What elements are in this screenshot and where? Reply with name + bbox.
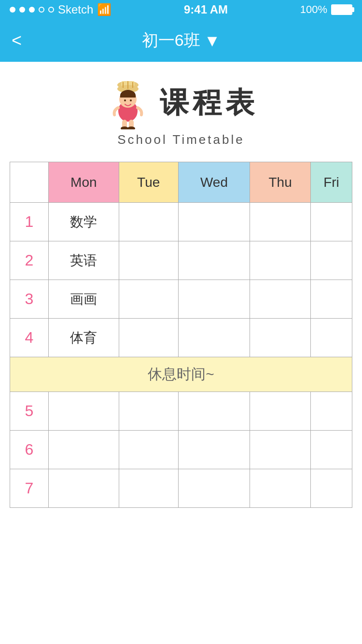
cell-3-wed[interactable] (178, 280, 250, 319)
th-tue: Tue (119, 162, 178, 203)
cell-7-tue[interactable] (119, 469, 178, 508)
svg-point-9 (130, 99, 132, 101)
cell-1-wed[interactable] (178, 203, 250, 241)
cell-7-mon[interactable] (49, 469, 119, 508)
cell-7-thu[interactable] (250, 469, 311, 508)
cell-6-wed[interactable] (178, 431, 250, 469)
header-row: 课程表 (104, 76, 258, 129)
cell-1-fri[interactable] (310, 203, 352, 241)
table-row: 7 (10, 469, 352, 508)
table-row: 4体育 (10, 319, 352, 357)
cell-3-thu[interactable] (250, 280, 311, 319)
table-row: 5 (10, 392, 352, 431)
cell-1-thu[interactable] (250, 203, 311, 241)
cell-7-fri[interactable] (310, 469, 352, 508)
nav-dropdown-arrow[interactable]: ▼ (204, 31, 221, 50)
status-bar: Sketch 📶 9:41 AM 100% (0, 0, 362, 19)
table-row: 1数学 (10, 203, 352, 241)
signal-dot-5 (48, 7, 54, 13)
page-title-cn: 课程表 (160, 84, 258, 123)
page-header: 课程表 School Timetable (10, 76, 352, 147)
cell-6-thu[interactable] (250, 431, 311, 469)
row-num-1: 1 (10, 203, 49, 241)
wifi-icon: 📶 (97, 3, 111, 16)
nav-title-text: 初一6班 (142, 29, 200, 52)
back-icon: < (12, 30, 22, 51)
break-label: 休息时间~ (10, 357, 352, 392)
signal-dot-3 (29, 7, 35, 13)
cell-4-thu[interactable] (250, 319, 311, 357)
cell-3-tue[interactable] (119, 280, 178, 319)
cell-2-fri[interactable] (310, 241, 352, 280)
cell-4-fri[interactable] (310, 319, 352, 357)
carrier-name: Sketch (58, 3, 93, 16)
break-row: 休息时间~ (10, 357, 352, 392)
status-right: 100% (300, 3, 352, 16)
row-num-4: 4 (10, 319, 49, 357)
cell-3-fri[interactable] (310, 280, 352, 319)
cell-1-mon[interactable]: 数学 (49, 203, 119, 241)
cell-2-tue[interactable] (119, 241, 178, 280)
th-fri: Fri (310, 162, 352, 203)
signal-dot-4 (39, 7, 44, 13)
mascot-illustration (104, 76, 152, 129)
svg-point-8 (124, 99, 126, 101)
row-num-7: 7 (10, 469, 49, 508)
cell-6-fri[interactable] (310, 431, 352, 469)
page-title-en: School Timetable (117, 132, 244, 147)
cell-6-mon[interactable] (49, 431, 119, 469)
battery-fill (332, 5, 351, 14)
table-header-row: Mon Tue Wed Thu Fri (10, 162, 352, 203)
status-left: Sketch 📶 (10, 3, 111, 16)
clock: 9:41 AM (184, 3, 228, 16)
row-num-5: 5 (10, 392, 49, 431)
row-num-3: 3 (10, 280, 49, 319)
th-thu: Thu (250, 162, 311, 203)
cell-2-mon[interactable]: 英语 (49, 241, 119, 280)
cell-5-wed[interactable] (178, 392, 250, 431)
cell-5-mon[interactable] (49, 392, 119, 431)
svg-point-12 (121, 126, 128, 129)
th-mon: Mon (49, 162, 119, 203)
battery-percent: 100% (300, 3, 327, 16)
table-row: 3画画 (10, 280, 352, 319)
nav-title: 初一6班 ▼ (142, 29, 221, 52)
cell-4-mon[interactable]: 体育 (49, 319, 119, 357)
cell-2-thu[interactable] (250, 241, 311, 280)
cell-7-wed[interactable] (178, 469, 250, 508)
row-num-6: 6 (10, 431, 49, 469)
cell-5-fri[interactable] (310, 392, 352, 431)
content-area: 课程表 School Timetable Mon Tue Wed Thu Fri… (0, 62, 362, 527)
cell-1-tue[interactable] (119, 203, 178, 241)
table-row: 6 (10, 431, 352, 469)
cell-4-tue[interactable] (119, 319, 178, 357)
svg-point-13 (127, 126, 135, 129)
cell-5-tue[interactable] (119, 392, 178, 431)
cell-6-tue[interactable] (119, 431, 178, 469)
signal-dot-1 (10, 7, 15, 13)
timetable: Mon Tue Wed Thu Fri 1数学2英语3画画4体育休息时间~567 (10, 162, 352, 508)
th-wed: Wed (178, 162, 250, 203)
cell-4-wed[interactable] (178, 319, 250, 357)
signal-dot-2 (19, 7, 25, 13)
back-button[interactable]: < (12, 30, 22, 51)
battery-icon (331, 4, 352, 15)
cell-2-wed[interactable] (178, 241, 250, 280)
nav-bar: < 初一6班 ▼ (0, 19, 362, 62)
cell-3-mon[interactable]: 画画 (49, 280, 119, 319)
th-empty (10, 162, 49, 203)
row-num-2: 2 (10, 241, 49, 280)
cell-5-thu[interactable] (250, 392, 311, 431)
table-row: 2英语 (10, 241, 352, 280)
